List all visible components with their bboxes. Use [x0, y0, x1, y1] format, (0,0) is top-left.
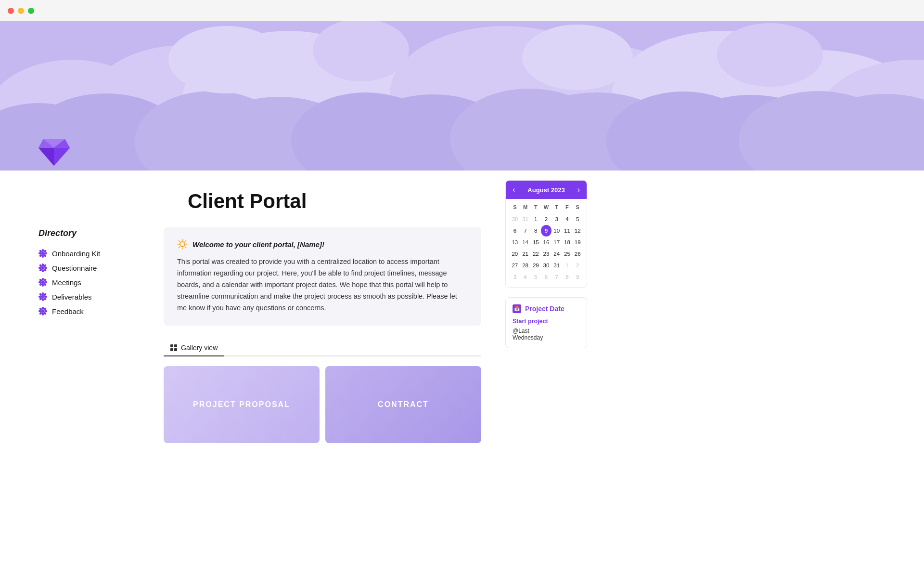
sidebar-item-2[interactable]: Meetings [38, 275, 135, 289]
sidebar: Directory Onboarding Kit Questionnaire [0, 171, 154, 462]
cal-day[interactable]: 6 [541, 271, 552, 283]
cal-day[interactable]: 5 [530, 271, 541, 283]
cal-day[interactable]: 26 [572, 248, 583, 260]
cal-day[interactable]: 24 [552, 248, 562, 260]
cal-day[interactable]: 18 [562, 236, 573, 248]
svg-rect-102 [174, 344, 177, 347]
svg-marker-41 [54, 148, 70, 166]
flower-icon [38, 307, 47, 315]
svg-point-66 [44, 281, 47, 283]
gallery-grid: PROJECT PROPOSAL CONTRACT [164, 366, 481, 443]
cal-day[interactable]: 7 [520, 225, 531, 236]
svg-point-34 [522, 25, 633, 90]
cal-day[interactable]: 21 [520, 248, 531, 260]
cal-day[interactable]: 22 [530, 248, 541, 260]
proposal-label: PROJECT PROPOSAL [193, 400, 290, 409]
svg-point-73 [42, 292, 44, 295]
calendar-next-button[interactable]: › [578, 185, 580, 194]
gallery-view-tab[interactable]: Gallery view [164, 340, 224, 356]
minimize-dot[interactable] [18, 8, 24, 14]
cal-day[interactable]: 13 [510, 236, 520, 248]
cal-day[interactable]: 4 [562, 213, 573, 225]
sidebar-item-1[interactable]: Questionnaire [38, 261, 135, 275]
project-date-start: Start project [513, 318, 580, 325]
close-dot[interactable] [8, 8, 14, 14]
sidebar-item-label: Meetings [52, 278, 81, 287]
gallery-tab-bar: Gallery view [164, 340, 481, 356]
cal-day[interactable]: 5 [572, 213, 583, 225]
cal-day[interactable]: 3 [552, 213, 562, 225]
cal-day[interactable]: 8 [530, 225, 541, 236]
cal-day[interactable]: 30 [541, 260, 552, 271]
svg-line-97 [179, 241, 180, 242]
svg-point-55 [38, 267, 41, 269]
cal-weekday: S [572, 203, 583, 211]
cal-day[interactable]: 16 [541, 236, 552, 248]
svg-line-98 [185, 247, 186, 248]
cal-day[interactable]: 3 [510, 271, 520, 283]
svg-point-92 [180, 242, 185, 247]
cal-day[interactable]: 19 [572, 236, 583, 248]
contract-label: CONTRACT [378, 400, 429, 409]
project-date-card: 📅 Project Date Start project @Last Wedne… [505, 297, 587, 348]
cal-day[interactable]: 9 [572, 271, 583, 283]
cal-day[interactable]: 28 [520, 260, 531, 271]
cal-day[interactable]: 25 [562, 248, 573, 260]
directory-title: Directory [38, 228, 135, 238]
svg-point-45 [38, 252, 41, 254]
svg-point-86 [44, 310, 47, 312]
svg-point-61 [41, 266, 44, 269]
svg-point-91 [41, 310, 44, 313]
cal-day[interactable]: 20 [510, 248, 520, 260]
cal-day[interactable]: 14 [520, 236, 531, 248]
calendar-prev-button[interactable]: ‹ [513, 185, 515, 194]
svg-point-32 [168, 26, 284, 93]
svg-point-56 [44, 267, 47, 269]
cal-weekday: T [530, 203, 541, 211]
cal-day[interactable]: 30 [510, 213, 520, 225]
svg-point-84 [42, 313, 44, 315]
cal-day[interactable]: 8 [562, 271, 573, 283]
cal-day[interactable]: 2 [541, 213, 552, 225]
cal-day[interactable]: 9 [541, 225, 552, 236]
svg-point-85 [38, 310, 41, 312]
titlebar [0, 0, 924, 21]
cal-day[interactable]: 1 [562, 260, 573, 271]
cal-day[interactable]: 10 [552, 225, 562, 236]
cal-day[interactable]: 17 [552, 236, 562, 248]
sidebar-item-label: Feedback [52, 307, 84, 315]
svg-point-64 [42, 284, 44, 287]
sidebar-item-0[interactable]: Onboarding Kit [38, 246, 135, 261]
sidebar-item-3[interactable]: Deliverables [38, 289, 135, 304]
cal-weekday: W [541, 203, 552, 211]
cal-day[interactable]: 11 [562, 225, 573, 236]
gallery-card-proposal[interactable]: PROJECT PROPOSAL [164, 366, 320, 443]
hero-banner [0, 21, 924, 171]
cal-day[interactable]: 23 [541, 248, 552, 260]
svg-point-74 [42, 298, 44, 301]
sidebar-item-label: Questionnaire [52, 264, 97, 272]
svg-point-51 [41, 252, 44, 255]
cal-day[interactable]: 7 [552, 271, 562, 283]
page-title: Client Portal [164, 190, 481, 213]
gallery-card-contract[interactable]: CONTRACT [325, 366, 481, 443]
cal-day[interactable]: 6 [510, 225, 520, 236]
cal-day[interactable]: 31 [552, 260, 562, 271]
cal-day[interactable]: 1 [530, 213, 541, 225]
sidebar-item-label: Deliverables [52, 293, 92, 301]
maximize-dot[interactable] [28, 8, 34, 14]
cal-weekday: T [552, 203, 562, 211]
project-date-value: @Last Wednesday [513, 328, 580, 341]
cal-day[interactable]: 31 [520, 213, 531, 225]
cal-day[interactable]: 2 [572, 260, 583, 271]
cal-day[interactable]: 29 [530, 260, 541, 271]
svg-point-71 [41, 281, 44, 284]
cal-day[interactable]: 27 [510, 260, 520, 271]
cal-day[interactable]: 12 [572, 225, 583, 236]
gallery-view-label: Gallery view [181, 344, 218, 352]
sidebar-item-4[interactable]: Feedback [38, 304, 135, 318]
cal-day[interactable]: 4 [520, 271, 531, 283]
flower-icon [38, 249, 47, 258]
cal-day[interactable]: 15 [530, 236, 541, 248]
svg-point-54 [42, 269, 44, 272]
